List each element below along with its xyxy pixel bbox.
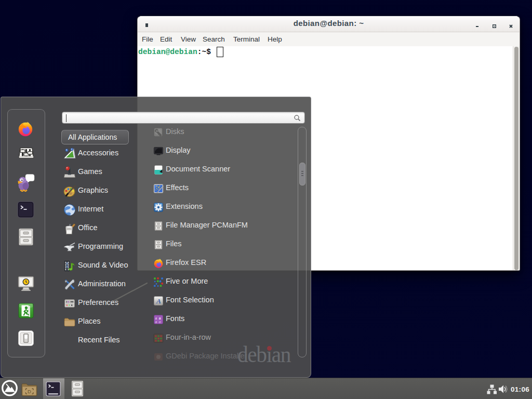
svg-text:D: D	[28, 389, 31, 394]
svg-text:a: a	[159, 320, 161, 324]
svg-text:A: A	[156, 297, 161, 305]
